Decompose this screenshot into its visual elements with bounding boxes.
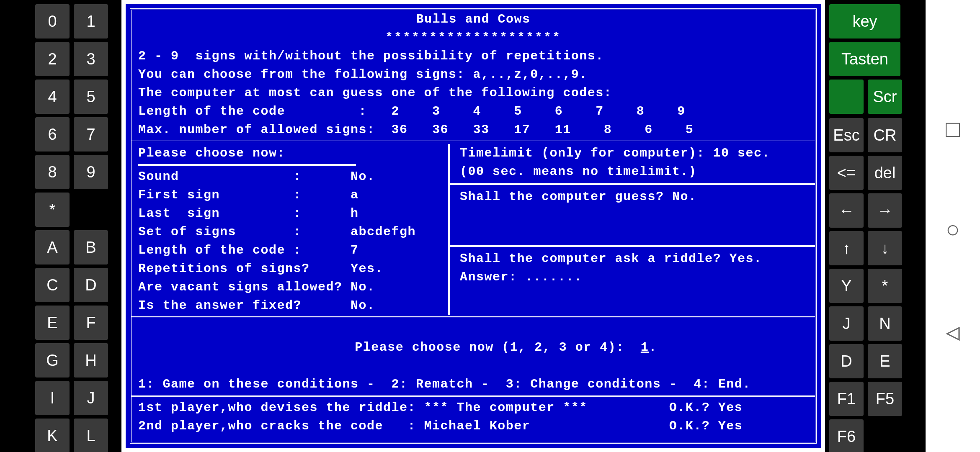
key-4[interactable]: 4	[35, 80, 70, 114]
key-i[interactable]: I	[35, 381, 70, 415]
key-f[interactable]: F	[74, 306, 108, 340]
key-blank[interactable]	[829, 80, 864, 114]
computer-guess-line: Shall the computer guess? No.	[450, 187, 815, 206]
key-7[interactable]: 7	[74, 117, 108, 152]
key-key[interactable]: key	[829, 4, 900, 39]
key-h[interactable]: H	[74, 343, 108, 378]
key-2[interactable]: 2	[35, 42, 70, 76]
settings-right-col: Timelimit (only for computer): 10 sec. (…	[450, 144, 815, 315]
key-f1[interactable]: F1	[829, 382, 864, 416]
key-9[interactable]: 9	[74, 155, 108, 189]
key-a[interactable]: A	[35, 230, 70, 265]
key-e[interactable]: E	[35, 306, 70, 340]
intro-line: Length of the code : 2 3 4 5 6 7 8 9	[132, 102, 815, 121]
key-c[interactable]: C	[35, 268, 70, 302]
timelimit-line2: (00 sec. means no timelimit.)	[450, 162, 815, 181]
key-[interactable]: *	[868, 269, 902, 303]
intro-line: You can choose from the following signs:…	[132, 65, 815, 84]
setting-line: Length of the code : 7	[132, 241, 448, 259]
game-title: Bulls and Cows	[132, 10, 815, 28]
setting-line: Are vacant signs allowed? No.	[132, 278, 448, 296]
key-5[interactable]: 5	[74, 80, 108, 114]
timelimit-line1: Timelimit (only for computer): 10 sec.	[450, 144, 815, 162]
key-j[interactable]: J	[829, 306, 864, 341]
setting-line: Repetitions of signs? Yes.	[132, 259, 448, 278]
player1-line: 1st player,who devises the riddle: *** T…	[132, 398, 815, 417]
setting-line: First sign : a	[132, 186, 448, 204]
dos-screen: Bulls and Cows ******************** 2 - …	[126, 4, 821, 448]
stage: 0123456789*ABCDEFGHIJKL □ ○ ◁ Bulls and …	[0, 0, 980, 452]
key-[interactable]: ↑	[829, 231, 864, 265]
settings-left-col: Please choose now: Sound : No.First sign…	[132, 144, 450, 315]
key-6[interactable]: 6	[35, 117, 70, 152]
key-d[interactable]: D	[74, 268, 108, 302]
menu-prompt[interactable]: Please choose now (1, 2, 3 or 4): 1.	[132, 320, 815, 375]
key-f6[interactable]: F6	[829, 419, 864, 452]
dos-frame: Bulls and Cows ******************** 2 - …	[130, 8, 817, 444]
home-icon[interactable]: ○	[926, 218, 980, 244]
key-[interactable]: ←	[829, 193, 864, 228]
setting-line: Is the answer fixed? No.	[132, 296, 448, 315]
key-k[interactable]: K	[35, 419, 70, 452]
setting-line: Last sign : h	[132, 204, 448, 223]
recent-apps-icon[interactable]: □	[926, 117, 980, 144]
key-del[interactable]: del	[868, 156, 902, 190]
key-esc[interactable]: Esc	[829, 118, 864, 152]
menu-options: 1: Game on these conditions - 2: Rematch…	[132, 375, 815, 393]
title-underline: ********************	[132, 28, 815, 47]
menu-input-value: 1	[641, 340, 649, 354]
key-scr[interactable]: Scr	[868, 80, 902, 114]
key-f5[interactable]: F5	[868, 382, 902, 416]
key-[interactable]: ↓	[868, 231, 902, 265]
key-e[interactable]: E	[868, 344, 902, 378]
key-3[interactable]: 3	[74, 42, 108, 76]
back-icon[interactable]: ◁	[926, 318, 980, 347]
key-l[interactable]: L	[74, 419, 108, 452]
key-*[interactable]: *	[35, 193, 70, 227]
key-1[interactable]: 1	[74, 4, 108, 39]
setting-line: Sound : No.	[132, 167, 448, 186]
key-j[interactable]: J	[74, 381, 108, 415]
key-8[interactable]: 8	[35, 155, 70, 189]
intro-line: Max. number of allowed signs: 36 36 33 1…	[132, 121, 815, 139]
android-nav-strip: □ ○ ◁	[926, 0, 980, 452]
intro-line: 2 - 9 signs with/without the possibility…	[132, 47, 815, 65]
key-n[interactable]: N	[868, 306, 902, 341]
player2-line: 2nd player,who cracks the code : Michael…	[132, 417, 815, 435]
key-tasten[interactable]: Tasten	[829, 42, 900, 76]
key-[interactable]: <=	[829, 156, 864, 190]
left-keypad-strip: 0123456789*ABCDEFGHIJKL	[0, 0, 121, 452]
answer-line: Answer: .......	[450, 268, 815, 286]
computer-riddle-line: Shall the computer ask a riddle? Yes.	[450, 249, 815, 268]
key-d[interactable]: D	[829, 344, 864, 378]
key-b[interactable]: B	[74, 230, 108, 265]
key-y[interactable]: Y	[829, 269, 864, 303]
key-0[interactable]: 0	[35, 4, 70, 39]
settings-panel: Please choose now: Sound : No.First sign…	[132, 144, 815, 315]
choose-heading: Please choose now:	[132, 144, 448, 162]
intro-line: The computer at most can guess one of th…	[132, 84, 815, 102]
key-g[interactable]: G	[35, 343, 70, 378]
key-[interactable]: →	[868, 193, 902, 228]
key-cr[interactable]: CR	[868, 118, 902, 152]
setting-line: Set of signs : abcdefgh	[132, 223, 448, 241]
